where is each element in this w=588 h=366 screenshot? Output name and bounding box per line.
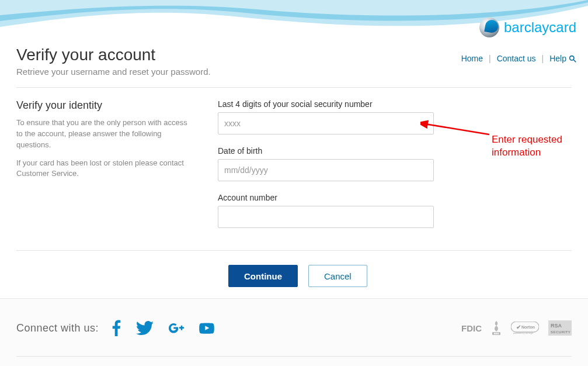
search-icon[interactable]	[569, 55, 576, 63]
svg-text:Norton: Norton	[521, 325, 535, 329]
identity-heading: Verify your identity	[16, 99, 194, 112]
divider	[16, 250, 572, 251]
svg-text:powered by verisign: powered by verisign	[513, 332, 533, 334]
svg-text:✔: ✔	[516, 324, 521, 330]
divider	[16, 356, 572, 357]
svg-text:Tube: Tube	[203, 330, 211, 334]
svg-line-1	[573, 60, 575, 61]
nav-contact-link[interactable]: Contact us	[497, 54, 536, 63]
continue-button[interactable]: Continue	[228, 265, 298, 287]
googleplus-icon[interactable]	[169, 320, 184, 336]
footer-badges: FDIC BBB ✔Nortonpowered by verisign RSAS…	[461, 320, 572, 336]
twitter-icon[interactable]	[136, 321, 154, 335]
dob-input[interactable]	[218, 159, 434, 181]
youtube-icon[interactable]: Tube	[199, 320, 214, 336]
footer: Connect with us: Tube FDIC BBB ✔Nortonpo…	[0, 298, 588, 366]
divider	[16, 87, 572, 88]
svg-text:RSA: RSA	[551, 323, 562, 329]
nav-home-link[interactable]: Home	[461, 54, 483, 63]
account-number-label: Account number	[218, 193, 434, 202]
cancel-button[interactable]: Cancel	[308, 265, 367, 287]
connect-label: Connect with us:	[16, 322, 99, 334]
facebook-icon[interactable]	[112, 320, 121, 336]
rsa-badge: RSASECURITY	[548, 320, 572, 336]
ssn4-label: Last 4 digits of your social security nu…	[218, 99, 434, 109]
bbb-badge: BBB	[491, 320, 502, 336]
account-number-input[interactable]	[218, 206, 434, 228]
dob-label: Date of birth	[218, 146, 434, 156]
svg-text:SECURITY: SECURITY	[551, 330, 570, 334]
nav-help-link[interactable]: Help	[549, 54, 566, 63]
lost-stolen-text: If your card has been lost or stolen ple…	[16, 158, 194, 180]
brand-logo: barclaycard	[479, 18, 576, 37]
left-column: Verify your identity To ensure that you …	[16, 99, 218, 240]
brand-logo-mark	[479, 18, 499, 37]
norton-badge: ✔Nortonpowered by verisign	[511, 322, 539, 334]
form-column: Last 4 digits of your social security nu…	[218, 99, 434, 240]
identity-intro-text: To ensure that you are the only person w…	[16, 118, 194, 151]
ssn4-input[interactable]	[218, 112, 434, 134]
svg-text:BBB: BBB	[494, 332, 499, 335]
page-subhead: Retrieve your username and reset your pa…	[16, 67, 572, 77]
top-nav: Home | Contact us | Help	[461, 54, 576, 63]
brand-logo-text: barclaycard	[504, 19, 576, 36]
nav-separator: |	[542, 54, 544, 63]
fdic-badge: FDIC	[461, 323, 482, 333]
nav-separator: |	[489, 54, 491, 63]
